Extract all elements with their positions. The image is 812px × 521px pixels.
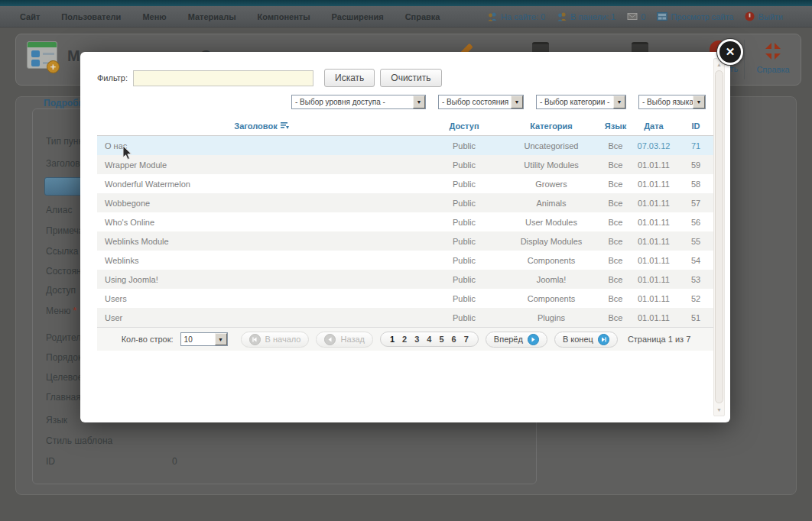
- preview-site-link[interactable]: Просмотр сайта: [657, 12, 733, 21]
- filter-select-3[interactable]: - Выбор языка -▼: [638, 95, 706, 109]
- select-value: - Выбор языка -: [639, 95, 693, 108]
- page-number-5[interactable]: 5: [439, 335, 443, 344]
- close-button[interactable]: ✕: [717, 39, 743, 65]
- status-messages[interactable]: 0: [627, 12, 645, 21]
- last-page-label: В конец: [563, 335, 593, 344]
- cell-заголовок: User: [97, 313, 426, 322]
- search-button[interactable]: Искать: [324, 69, 375, 87]
- menu-item-4[interactable]: Компоненты: [247, 6, 321, 27]
- cell-заголовок: Users: [97, 294, 426, 303]
- next-page-icon: [528, 334, 539, 345]
- form-field-label-6: Доступ: [46, 285, 76, 296]
- column-header-5[interactable]: ID: [677, 121, 715, 131]
- cell-доступ: Public: [426, 141, 502, 150]
- column-header-4[interactable]: Дата: [631, 121, 677, 131]
- clear-button[interactable]: Очистить: [380, 69, 441, 87]
- next-page-button[interactable]: Вперёд: [486, 332, 547, 348]
- filter-row: Фильтр: Искать Очистить: [97, 69, 442, 87]
- filter-input[interactable]: [133, 70, 313, 86]
- menu-item-1[interactable]: Пользователи: [50, 6, 132, 27]
- page-number-3[interactable]: 3: [414, 335, 419, 344]
- mouse-cursor: [122, 145, 133, 160]
- form-field-label-13: Стиль шаблона: [46, 435, 112, 446]
- cell-id: 59: [677, 160, 715, 170]
- table-row-0[interactable]: О насPublicUncategorisedВсе07.03.1271: [97, 136, 715, 155]
- table-row-8[interactable]: UsersPublicComponentsВсе01.01.1152: [97, 289, 715, 308]
- menu-item-3[interactable]: Материалы: [177, 6, 247, 27]
- select-value: 10: [181, 333, 215, 345]
- cell-заголовок: Wonderful Watermelon: [97, 180, 426, 189]
- cell-дата: 01.01.11: [631, 275, 677, 284]
- chevron-down-icon: ▼: [511, 95, 523, 108]
- logout-link[interactable]: Выйти: [745, 11, 783, 21]
- admin-menubar: СайтПользователиМенюМатериалыКомпонентыР…: [0, 6, 812, 28]
- modal-scrollbar[interactable]: ▲ ▼: [713, 58, 725, 416]
- table-row-6[interactable]: WeblinksPublicComponentsВсе01.01.1154: [97, 251, 715, 270]
- first-page-button[interactable]: В начало: [241, 332, 310, 348]
- page-number-4[interactable]: 4: [427, 335, 431, 344]
- menu-item-2[interactable]: Меню: [132, 6, 177, 27]
- chevron-down-icon: ▼: [413, 95, 425, 108]
- chevron-down-icon: ▼: [693, 95, 705, 108]
- table-row-1[interactable]: Wrapper ModulePublicUtility ModulesВсе01…: [97, 155, 715, 174]
- cell-id: 56: [677, 218, 715, 227]
- cell-дата: 01.01.11: [631, 256, 677, 265]
- select-value: - Выбор уровня доступа -: [292, 95, 413, 108]
- table-row-3[interactable]: WobbegonePublicAnimalsВсе01.01.1157: [97, 193, 715, 212]
- form-field-label-12: Язык: [46, 415, 67, 426]
- rows-per-page-label: Кол-во строк:: [122, 335, 174, 344]
- help-arrows-icon: [763, 41, 783, 61]
- cell-id: 51: [677, 313, 715, 322]
- filter-select-0[interactable]: - Выбор уровня доступа -▼: [291, 95, 426, 109]
- pagination-info: Страница 1 из 7: [628, 335, 690, 344]
- menu-item-5[interactable]: Расширения: [321, 6, 395, 27]
- cell-дата: 01.01.11: [631, 313, 677, 322]
- chevron-down-icon: ▼: [215, 333, 227, 345]
- scroll-down-icon[interactable]: ▼: [714, 405, 724, 415]
- menu-item-0[interactable]: Сайт: [9, 6, 50, 27]
- filter-select-1[interactable]: - Выбор состояния -▼: [438, 95, 524, 109]
- cell-заголовок: О нас: [97, 141, 426, 150]
- cell-заголовок: Wobbegone: [97, 199, 426, 208]
- help-button[interactable]: Справка: [748, 41, 798, 74]
- page-number-1[interactable]: 1: [390, 335, 395, 344]
- table-header-row: ЗаголовокДоступКатегорияЯзыкДатаID: [97, 116, 715, 136]
- scrollbar-thumb[interactable]: [715, 70, 723, 403]
- cell-доступ: Public: [426, 160, 502, 170]
- form-id-value: 0: [172, 456, 177, 467]
- prev-page-button[interactable]: Назад: [316, 332, 373, 348]
- pagination-bar: Кол-во строк: 10 ▼ В начало Назад 123456…: [97, 327, 715, 351]
- rows-per-page-select[interactable]: 10 ▼: [180, 332, 228, 346]
- column-header-1[interactable]: Доступ: [426, 121, 502, 131]
- messages-count: 0: [641, 12, 645, 21]
- menu-item-6[interactable]: Справка: [395, 6, 451, 27]
- page-numbers: 1234567: [380, 332, 479, 347]
- cell-дата: 07.03.12: [631, 141, 677, 150]
- cell-заголовок: Wrapper Module: [97, 160, 426, 170]
- prev-page-icon: [324, 334, 336, 345]
- logout-label: Выйти: [758, 12, 783, 21]
- select-value: - Выбор категории -: [537, 95, 613, 108]
- last-page-button[interactable]: В конец: [554, 332, 618, 348]
- cell-категория: Growers: [502, 180, 600, 189]
- cell-дата: 01.01.11: [631, 218, 677, 227]
- page-number-6[interactable]: 6: [452, 335, 456, 344]
- articles-table: ЗаголовокДоступКатегорияЯзыкДатаID О нас…: [97, 116, 715, 351]
- prev-page-label: Назад: [340, 335, 365, 344]
- cell-id: 52: [677, 294, 715, 303]
- column-header-0[interactable]: Заголовок: [97, 121, 426, 131]
- table-row-9[interactable]: UserPublicPluginsВсе01.01.1151: [97, 308, 715, 327]
- user-icon: [557, 11, 567, 21]
- filter-select-2[interactable]: - Выбор категории -▼: [536, 95, 626, 109]
- table-row-5[interactable]: Weblinks ModulePublicDisplay ModulesВсе0…: [97, 231, 715, 251]
- column-header-2[interactable]: Категория: [502, 121, 600, 131]
- table-row-7[interactable]: Using Joomla!PublicJoomla!Все01.01.1153: [97, 270, 715, 289]
- select-item-modal: Фильтр: Искать Очистить - Выбор уровня д…: [80, 52, 730, 422]
- table-row-2[interactable]: Wonderful WatermelonPublicGrowersВсе01.0…: [97, 174, 715, 193]
- cell-категория: Uncategorised: [502, 141, 600, 150]
- table-row-4[interactable]: Who's OnlinePublicUser ModulesВсе01.01.1…: [97, 212, 715, 231]
- cell-дата: 01.01.11: [631, 237, 677, 246]
- page-number-7[interactable]: 7: [464, 335, 469, 344]
- column-header-3[interactable]: Язык: [600, 121, 631, 131]
- page-number-2[interactable]: 2: [402, 335, 407, 344]
